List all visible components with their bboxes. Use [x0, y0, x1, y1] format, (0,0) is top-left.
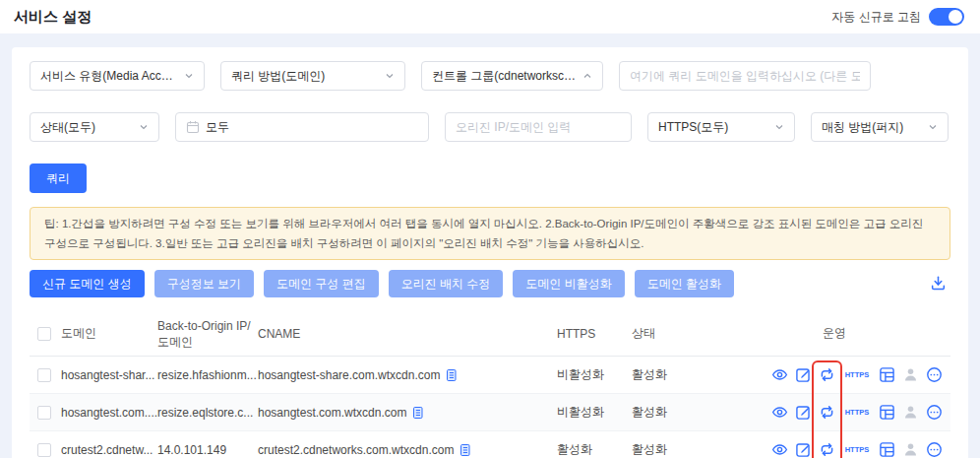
- table-row: hosangtest.com.... resize.eqlstore.c... …: [30, 394, 950, 431]
- sync-icon[interactable]: [819, 366, 835, 383]
- status-value: 상태(모두): [40, 119, 95, 136]
- select-all-checkbox[interactable]: [37, 327, 51, 341]
- col-header-status: 상태: [632, 325, 726, 342]
- node-icon[interactable]: [902, 404, 919, 421]
- edit-icon[interactable]: [795, 366, 812, 383]
- chevron-down-icon: [139, 122, 149, 132]
- query-button[interactable]: 쿼리: [30, 164, 87, 193]
- top-bar: 서비스 설정 자동 신규로 고침: [0, 0, 980, 33]
- control-group-value: 컨트롤 그룹(cdnetworksclou...: [432, 68, 577, 85]
- sync-icon[interactable]: [819, 404, 835, 421]
- col-header-back-to-origin: Back-to-Origin IP/도메인: [157, 318, 258, 350]
- chevron-down-icon: [184, 71, 194, 81]
- calendar-icon: [186, 120, 200, 134]
- download-icon[interactable]: [930, 275, 947, 292]
- more-icon[interactable]: [926, 366, 943, 383]
- status-cell: 활성화: [632, 366, 726, 383]
- domain-cell: hosangtest.com....: [61, 406, 157, 420]
- control-group-select[interactable]: 컨트롤 그룹(cdnetworksclou...: [421, 61, 603, 91]
- chevron-down-icon: [928, 122, 938, 132]
- query-domain-input[interactable]: [630, 69, 860, 83]
- sync-icon[interactable]: [819, 441, 835, 458]
- table-header-row: 도메인 Back-to-Origin IP/도메인 CNAME HTTPS 상태…: [30, 311, 950, 357]
- action-bar: 신규 도메인 생성 구성정보 보기 도메인 구성 편집 오리진 배치 수정 도메…: [30, 270, 950, 297]
- col-header-ops: 운영: [726, 325, 950, 342]
- https-value: HTTPS(모두): [658, 119, 728, 136]
- chevron-down-icon: [385, 71, 395, 81]
- service-type-value: 서비스 유형(Media Acceleratio...: [40, 68, 178, 85]
- domain-cell: hosangtest-shar...: [61, 368, 157, 382]
- view-icon[interactable]: [771, 441, 788, 458]
- domain-cell: crutest2.cdnetw...: [61, 443, 157, 457]
- edit-domain-config-button[interactable]: 도메인 구성 편집: [264, 270, 379, 297]
- https-config-button[interactable]: HTTPS: [842, 408, 872, 417]
- status-cell: 활성화: [632, 441, 726, 458]
- node-icon[interactable]: [902, 366, 919, 383]
- service-type-select[interactable]: 서비스 유형(Media Acceleratio...: [30, 61, 205, 91]
- tip-banner: 팁: 1.간섭을 방지하려면 구성 수정 또는 보기를 위해 브라우저에서 여러…: [30, 207, 950, 260]
- https-status-cell: 활성화: [557, 441, 632, 458]
- copy-icon[interactable]: [445, 368, 458, 382]
- page-title: 서비스 설정: [14, 8, 92, 27]
- create-domain-button[interactable]: 신규 도메인 생성: [30, 270, 145, 297]
- https-config-button[interactable]: HTTPS: [842, 445, 872, 454]
- match-method-select[interactable]: 매칭 방법(퍼지): [811, 112, 949, 142]
- query-method-value: 쿼리 방법(도메인): [231, 68, 325, 85]
- https-status-cell: 비활성화: [557, 404, 632, 421]
- edit-icon[interactable]: [795, 441, 812, 458]
- view-icon[interactable]: [771, 366, 788, 383]
- date-value: 모두: [206, 119, 229, 136]
- auto-refresh-label: 자동 신규로 고침: [831, 9, 921, 26]
- disable-domain-button[interactable]: 도메인 비활성화: [513, 270, 624, 297]
- status-select[interactable]: 상태(모두): [30, 112, 159, 142]
- cname-cell: hosangtest.com.wtxcdn.com: [258, 406, 406, 420]
- view-icon[interactable]: [771, 404, 788, 421]
- cname-cell: hosangtest-share.com.wtxcdn.com: [258, 368, 440, 382]
- table-row: hosangtest-shar... resize.hfashionm... h…: [30, 357, 950, 394]
- auto-refresh-toggle[interactable]: [929, 8, 964, 26]
- config-table-icon[interactable]: [879, 366, 895, 383]
- config-table-icon[interactable]: [879, 404, 895, 421]
- https-status-cell: 비활성화: [557, 366, 632, 383]
- origin-cell: 14.0.101.149: [157, 442, 258, 458]
- row-checkbox[interactable]: [37, 406, 51, 420]
- more-icon[interactable]: [926, 404, 943, 421]
- cname-cell: crutest2.cdnetworks.com.wtxcdn.com: [258, 443, 454, 457]
- origin-ip-input[interactable]: [456, 120, 621, 134]
- origin-cell: resize.eqlstore.c...: [157, 405, 258, 421]
- toggle-knob: [949, 10, 962, 24]
- config-table-icon[interactable]: [879, 441, 895, 458]
- query-method-select[interactable]: 쿼리 방법(도메인): [220, 61, 405, 91]
- edit-origin-batch-button[interactable]: 오리진 배치 수정: [389, 270, 504, 297]
- match-method-value: 매칭 방법(퍼지): [822, 119, 903, 136]
- chevron-down-icon: [774, 122, 784, 132]
- col-header-cname: CNAME: [258, 327, 557, 341]
- row-checkbox[interactable]: [37, 368, 51, 382]
- copy-icon[interactable]: [459, 443, 471, 457]
- node-icon[interactable]: [902, 441, 919, 458]
- origin-cell: resize.hfashionm...: [157, 367, 258, 383]
- https-config-button[interactable]: HTTPS: [842, 370, 872, 379]
- row-checkbox[interactable]: [37, 443, 51, 457]
- copy-icon[interactable]: [411, 406, 424, 420]
- col-header-https: HTTPS: [557, 327, 632, 341]
- status-cell: 활성화: [632, 404, 726, 421]
- https-select[interactable]: HTTPS(모두): [647, 112, 795, 142]
- date-range-picker[interactable]: 모두: [175, 112, 429, 142]
- chevron-up-icon: [582, 71, 592, 81]
- col-header-domain: 도메인: [61, 325, 157, 342]
- enable-domain-button[interactable]: 도메인 활성화: [635, 270, 734, 297]
- query-domain-input-wrap: [619, 61, 871, 91]
- view-config-button[interactable]: 구성정보 보기: [154, 270, 254, 297]
- main-panel: 서비스 유형(Media Acceleratio... 쿼리 방법(도메인) 컨…: [12, 47, 968, 458]
- table-row: crutest2.cdnetw... 14.0.101.149 crutest2…: [30, 431, 950, 458]
- more-icon[interactable]: [926, 441, 943, 458]
- origin-input-wrap: [445, 112, 632, 142]
- domain-table: 도메인 Back-to-Origin IP/도메인 CNAME HTTPS 상태…: [30, 311, 950, 458]
- edit-icon[interactable]: [795, 404, 812, 421]
